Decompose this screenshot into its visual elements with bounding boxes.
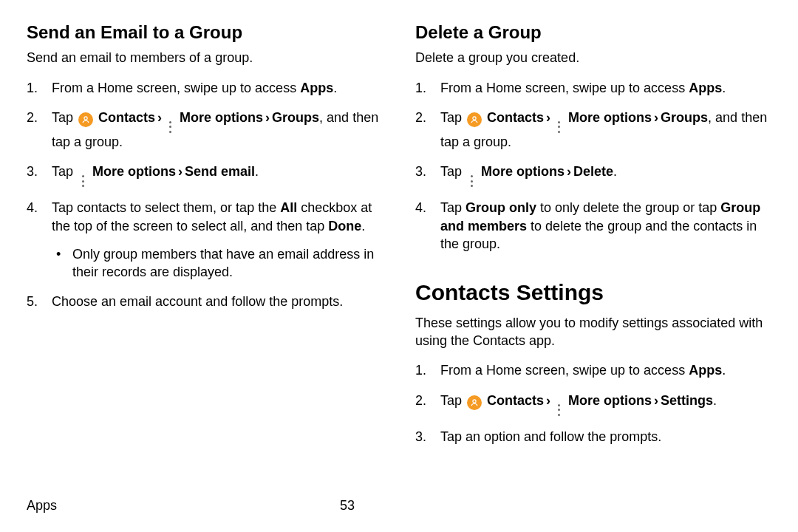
heading-delete-group: Delete a Group xyxy=(415,21,771,44)
more-options-label: More options xyxy=(568,110,652,125)
step-3: Tap More options›Send email. xyxy=(27,163,383,187)
done-label: Done xyxy=(328,219,361,233)
contacts-icon xyxy=(467,395,482,410)
intro-send-email: Send an email to members of a group. xyxy=(27,49,383,66)
more-options-icon xyxy=(468,175,475,187)
more-options-icon xyxy=(555,121,562,133)
text: . xyxy=(713,393,717,408)
step-5: Choose an email account and follow the p… xyxy=(27,293,383,310)
settings-label: Settings xyxy=(661,393,713,408)
text: From a Home screen, swipe up to access xyxy=(440,363,689,378)
more-options-label: More options xyxy=(92,164,176,179)
text: Tap xyxy=(52,110,77,125)
text: to only delete the group or tap xyxy=(536,200,720,215)
step-4: Tap contacts to select them, or tap the … xyxy=(27,199,383,281)
group-only-label: Group only xyxy=(466,200,536,215)
sub-bullets: Only group members that have an email ad… xyxy=(52,245,383,282)
step-2: Tap Contacts› More options›Groups, and t… xyxy=(415,109,771,151)
footer-page-number: 53 xyxy=(340,497,355,514)
step-1: From a Home screen, swipe up to access A… xyxy=(415,79,771,97)
bullet-item: Only group members that have an email ad… xyxy=(52,245,383,282)
apps-label: Apps xyxy=(689,363,722,378)
left-column: Send an Email to a Group Send an email t… xyxy=(27,21,383,457)
more-options-label: More options xyxy=(568,393,652,408)
contacts-label: Contacts xyxy=(98,110,155,125)
chevron-icon: › xyxy=(544,393,553,408)
apps-label: Apps xyxy=(300,81,333,95)
chevron-icon: › xyxy=(155,110,164,125)
text: . xyxy=(722,363,726,378)
heading-send-email-group: Send an Email to a Group xyxy=(27,21,383,44)
step-3: Tap an option and follow the prompts. xyxy=(415,428,771,446)
contacts-icon xyxy=(78,112,93,127)
chevron-icon: › xyxy=(263,110,272,125)
text: . xyxy=(722,81,726,95)
more-options-label: More options xyxy=(180,110,263,125)
text: Tap xyxy=(52,164,77,179)
step-3: Tap More options›Delete. xyxy=(415,163,771,187)
more-options-icon xyxy=(79,175,86,187)
text: From a Home screen, swipe up to access xyxy=(440,81,689,95)
text: Tap xyxy=(440,164,466,179)
step-1: From a Home screen, swipe up to access A… xyxy=(415,361,771,379)
contacts-icon xyxy=(467,112,482,127)
page-columns: Send an Email to a Group Send an email t… xyxy=(27,21,771,457)
step-2: Tap Contacts› More options›Groups, and t… xyxy=(27,109,383,151)
contacts-label: Contacts xyxy=(487,393,544,408)
svg-point-1 xyxy=(473,117,476,120)
text: Tap xyxy=(440,110,466,125)
groups-label: Groups xyxy=(272,110,319,125)
text: Tap xyxy=(440,393,466,408)
contacts-label: Contacts xyxy=(487,110,544,125)
chevron-icon: › xyxy=(565,164,573,179)
right-column: Delete a Group Delete a group you create… xyxy=(415,21,771,457)
svg-point-2 xyxy=(473,399,476,402)
chevron-icon: › xyxy=(652,110,661,125)
text: Tap xyxy=(440,200,466,215)
chevron-icon: › xyxy=(652,393,661,408)
more-options-label: More options xyxy=(481,164,565,179)
steps-delete-group: From a Home screen, swipe up to access A… xyxy=(415,79,771,253)
footer-section: Apps xyxy=(27,498,57,513)
step-1: From a Home screen, swipe up to access A… xyxy=(27,79,383,97)
text: . xyxy=(255,164,259,179)
more-options-icon xyxy=(555,404,562,416)
chevron-icon: › xyxy=(176,164,185,179)
text: Tap contacts to select them, or tap the xyxy=(52,200,280,215)
page-footer: Apps 53 xyxy=(27,497,771,514)
text: From a Home screen, swipe up to access xyxy=(52,81,300,95)
steps-contacts-settings: From a Home screen, swipe up to access A… xyxy=(415,361,771,446)
intro-contacts-settings: These settings allow you to modify setti… xyxy=(415,314,771,350)
step-2: Tap Contacts› More options›Settings. xyxy=(415,392,771,416)
intro-delete-group: Delete a group you created. xyxy=(415,49,771,66)
groups-label: Groups xyxy=(661,110,708,125)
delete-label: Delete xyxy=(573,164,613,179)
all-label: All xyxy=(280,200,297,215)
send-email-label: Send email xyxy=(185,164,255,179)
heading-contacts-settings: Contacts Settings xyxy=(415,278,771,308)
chevron-icon: › xyxy=(544,110,553,125)
steps-send-email: From a Home screen, swipe up to access A… xyxy=(27,79,383,311)
text: . xyxy=(361,219,365,233)
more-options-icon xyxy=(166,121,174,133)
apps-label: Apps xyxy=(689,81,722,95)
text: . xyxy=(333,81,337,95)
step-4: Tap Group only to only delete the group … xyxy=(415,199,771,253)
text: . xyxy=(613,164,617,179)
svg-point-0 xyxy=(84,117,87,120)
